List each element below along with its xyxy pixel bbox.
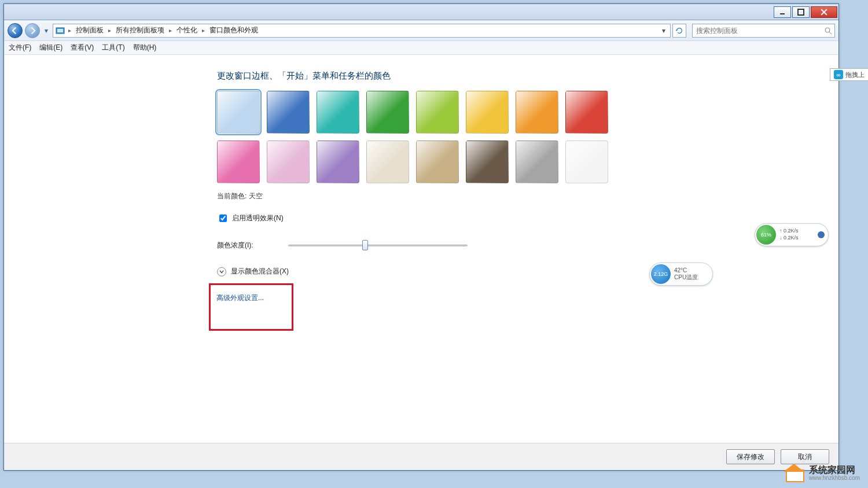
svg-rect-1 [57, 29, 63, 32]
color-swatch[interactable] [366, 141, 409, 183]
color-swatch[interactable] [416, 141, 459, 183]
maximize-button[interactable] [792, 6, 810, 18]
watermark: 系统家园网 www.hnzkhbsb.com [784, 464, 860, 482]
back-button[interactable] [8, 23, 23, 38]
network-widget[interactable]: 61% 0.2K/s 0.2K/s [755, 223, 829, 246]
page-heading: 更改窗口边框、「开始」菜单和任务栏的颜色 [217, 71, 838, 82]
slider-track [288, 245, 468, 246]
color-swatch[interactable] [466, 141, 509, 183]
advanced-highlight-box: 高级外观设置... [209, 283, 293, 331]
chevron-down-icon [219, 269, 224, 274]
upload-speed: 0.2K/s [779, 228, 799, 235]
menu-view[interactable]: 查看(V) [71, 43, 94, 53]
color-swatch[interactable] [565, 91, 608, 134]
color-swatch[interactable] [217, 91, 260, 134]
color-swatch[interactable] [267, 141, 310, 183]
intensity-label: 颜色浓度(I): [217, 241, 253, 250]
side-tab-label: 拖拽上 [845, 71, 865, 79]
mixer-label: 显示颜色混合器(X) [231, 267, 289, 276]
breadcrumb-item[interactable]: 窗口颜色和外观 [208, 25, 259, 35]
house-icon [784, 464, 804, 482]
breadcrumb-dropdown[interactable]: ▾ [659, 25, 669, 36]
refresh-icon [675, 27, 683, 35]
forward-button[interactable] [25, 23, 40, 38]
cpu-temp: 42°C [674, 267, 698, 274]
cpu-temp-label: CPU温度 [674, 274, 698, 281]
expand-button[interactable] [217, 267, 226, 276]
current-color-label: 当前颜色: [217, 192, 247, 200]
explorer-window: ▾ ▸ 控制面板 ▸ 所有控制面板项 ▸ 个性化 ▸ 窗口颜色和外观 ▾ 文件(… [3, 3, 839, 471]
color-swatch[interactable] [317, 91, 359, 134]
color-swatch[interactable] [366, 91, 409, 134]
color-swatch[interactable] [267, 91, 310, 134]
arrow-left-icon [11, 27, 19, 35]
network-stats: 0.2K/s 0.2K/s [779, 228, 799, 241]
network-gauge: 61% [756, 225, 776, 245]
arrow-right-icon [28, 27, 36, 35]
close-icon [821, 9, 827, 16]
search-icon [824, 27, 832, 36]
cpu-gauge: 2.12G [651, 264, 671, 284]
cpu-widget[interactable]: 2.12G 42°C CPU温度 [649, 263, 713, 286]
page-content: 更改窗口边框、「开始」菜单和任务栏的颜色 当前颜色: 天空 启用透明效果(N) … [4, 56, 838, 442]
slider-thumb[interactable] [362, 240, 368, 250]
cpu-stats: 42°C CPU温度 [674, 267, 698, 281]
menu-bar: 文件(F) 编辑(E) 查看(V) 工具(T) 帮助(H) [4, 41, 838, 55]
menu-tools[interactable]: 工具(T) [102, 43, 124, 53]
save-button[interactable]: 保存修改 [726, 449, 775, 464]
address-bar-row: ▾ ▸ 控制面板 ▸ 所有控制面板项 ▸ 个性化 ▸ 窗口颜色和外观 ▾ [4, 20, 838, 41]
color-swatch[interactable] [516, 141, 558, 183]
minimize-button[interactable] [774, 6, 791, 18]
menu-help[interactable]: 帮助(H) [133, 43, 157, 53]
watermark-url: www.hnzkhbsb.com [809, 475, 860, 481]
color-swatch[interactable] [516, 91, 558, 134]
download-speed: 0.2K/s [779, 235, 799, 242]
network-indicator-icon [818, 231, 825, 238]
search-box[interactable] [692, 24, 835, 38]
control-panel-icon [56, 26, 65, 35]
titlebar [4, 4, 838, 20]
close-button[interactable] [811, 6, 837, 18]
menu-edit[interactable]: 编辑(E) [39, 43, 62, 53]
breadcrumb-separator: ▸ [66, 27, 73, 34]
intensity-row: 颜色浓度(I): [217, 240, 838, 250]
watermark-title: 系统家园网 [809, 465, 860, 475]
color-swatch[interactable] [416, 91, 459, 134]
transparency-label: 启用透明效果(N) [232, 213, 284, 223]
transparency-row: 启用透明效果(N) [217, 213, 838, 224]
footer-bar: 保存修改 取消 [4, 443, 838, 470]
breadcrumb-bar[interactable]: ▸ 控制面板 ▸ 所有控制面板项 ▸ 个性化 ▸ 窗口颜色和外观 ▾ [53, 24, 671, 38]
search-input[interactable] [693, 24, 834, 37]
current-color-row: 当前颜色: 天空 [217, 191, 838, 201]
color-swatch[interactable] [565, 141, 608, 183]
breadcrumb-item[interactable]: 控制面板 [75, 25, 105, 35]
color-swatch[interactable] [466, 91, 509, 134]
breadcrumb-separator: ▸ [200, 27, 207, 34]
breadcrumb-separator: ▸ [167, 27, 174, 34]
current-color-value: 天空 [249, 192, 263, 200]
side-tab[interactable]: ∞ 拖拽上 [830, 68, 868, 81]
color-swatch[interactable] [317, 141, 359, 183]
svg-point-2 [825, 28, 830, 32]
history-dropdown[interactable]: ▾ [42, 23, 50, 38]
refresh-button[interactable] [672, 24, 686, 38]
breadcrumb-item[interactable]: 所有控制面板项 [115, 25, 165, 35]
color-swatch[interactable] [217, 141, 260, 183]
cloud-icon: ∞ [834, 70, 843, 79]
menu-file[interactable]: 文件(F) [9, 43, 31, 53]
mixer-row[interactable]: 显示颜色混合器(X) [217, 267, 838, 276]
cancel-button[interactable]: 取消 [781, 449, 829, 464]
breadcrumb-separator: ▸ [106, 27, 113, 34]
color-swatch-grid [217, 91, 634, 183]
breadcrumb-item[interactable]: 个性化 [175, 25, 198, 35]
advanced-appearance-link[interactable]: 高级外观设置... [216, 293, 264, 329]
intensity-slider[interactable] [288, 240, 468, 250]
transparency-checkbox[interactable] [219, 215, 227, 222]
